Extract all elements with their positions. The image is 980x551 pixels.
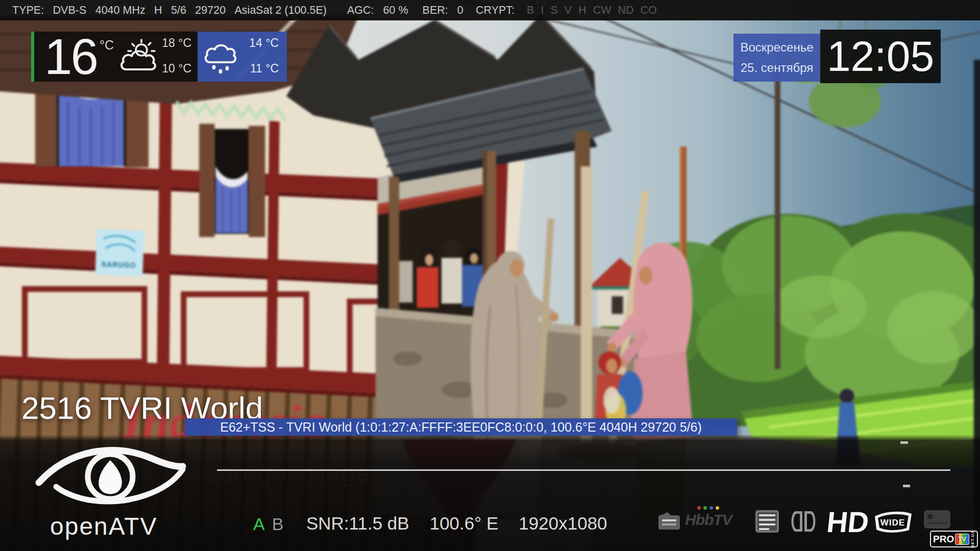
crypt-flag-biss: B: [527, 4, 534, 17]
openatv-brand: openATV: [50, 512, 158, 540]
date-panel: Воскресенье 25. сентября: [733, 34, 820, 82]
clock-panel: 12:05: [820, 30, 941, 83]
temperature-unit: °C: [100, 38, 114, 53]
next-minmax: 14 °C 11 °C: [249, 36, 279, 76]
crypt-flag-h: H: [578, 4, 586, 17]
next-low: 11 °C: [249, 62, 279, 76]
snr-value: SNR:11.5 dB: [306, 513, 409, 534]
village-sign: SARUGO: [101, 260, 136, 269]
crypt-flag-viaccess: V: [565, 4, 572, 17]
teletext-icon: [755, 510, 779, 533]
tuner-system: DVB-S: [53, 4, 87, 17]
agc-label: AGC:: [347, 4, 374, 17]
symbol-rate-value: 29720: [195, 4, 226, 17]
signal-status-row: SNR:11.5 dB 100.6° E 980x551: [306, 513, 607, 534]
polarization-value: H: [154, 4, 162, 17]
crypt-flag-seca: S: [550, 4, 557, 17]
protv-watermark: PRO TV NET.UA: [930, 531, 978, 547]
hbbtv-label: HbbTV: [685, 511, 732, 529]
sun-cloud-icon: [116, 36, 160, 80]
protv-netua-label: NET.UA: [970, 530, 975, 548]
recording-list-icon: [657, 511, 681, 531]
infobar-separator-line: [217, 469, 950, 471]
today-low: 10 °C: [162, 62, 191, 76]
weather-today-panel: 16 °C 18 °C 10 °C: [31, 32, 198, 82]
time-value: 12:05: [827, 32, 934, 81]
fec-value: 5/6: [171, 4, 186, 17]
service-reference-bar: E62+TSS - TVRI World (1:0:1:27:A:FFFF:3E…: [185, 418, 737, 436]
agc-value: 60 %: [383, 4, 408, 17]
video-location-caption: Sarugo village: [202, 458, 371, 488]
frequency-value: 4040 MHz: [95, 4, 145, 17]
crypt-group: CRYPT: B I S V H CW ND CO: [476, 0, 657, 20]
hbbtv-indicator: HbbTV: [685, 507, 732, 529]
hbbtv-color-dots-icon: [697, 506, 719, 510]
wide-label: WIDE: [880, 518, 905, 528]
tuner-signal-group: TYPE: DVB-S 4040 MHz H 5/6 29720 AsiaSat…: [12, 0, 327, 20]
crypt-flag-cw: CW: [593, 4, 611, 17]
today-minmax: 18 °C 10 °C: [162, 36, 191, 76]
next-high: 14 °C: [249, 36, 279, 50]
weekday-label: Воскресенье: [740, 40, 813, 55]
current-temperature: 16: [44, 32, 97, 82]
protv-tv-label: TV: [959, 536, 966, 543]
ber-label: BER:: [423, 4, 448, 17]
weather-next-panel: 14 °C 11 °C: [198, 32, 287, 82]
service-reference-text: E62+TSS - TVRI World (1:0:1:27:A:FFFF:3E…: [220, 420, 702, 435]
protv-tv-icon: TV: [955, 534, 969, 545]
dolby-digital-icon: [789, 510, 818, 533]
crypt-label: CRYPT:: [476, 4, 514, 17]
agc-ber-group: AGC: 60 % BER: 0: [347, 0, 463, 20]
hd-indicator: HD: [825, 505, 871, 539]
protv-pro-label: PRO: [933, 534, 954, 545]
widescreen-icon: WIDE: [872, 509, 914, 534]
tuner-b-indicator: B: [272, 514, 284, 534]
satellite-name: AsiaSat 2 (100.5E): [235, 4, 327, 17]
weather-widget: 16 °C 18 °C 10 °C 14 °C: [31, 32, 287, 82]
openatv-eye-icon: [34, 438, 187, 513]
tuner-a-indicator: A: [253, 514, 265, 534]
date-label: 25. сентября: [741, 61, 813, 75]
ci-card-icon: [924, 510, 950, 529]
progress-tick-bottom: [903, 485, 910, 487]
crypt-flag-conax: CO: [641, 4, 657, 17]
orbital-position: 100.6° E: [430, 513, 499, 534]
crypt-flags: B I S V H CW ND CO: [527, 4, 657, 17]
type-label: TYPE:: [12, 4, 44, 17]
progress-tick-top: [900, 441, 908, 444]
tv-screen: SARUGO: [0, 0, 980, 551]
crypt-flag-irdeto: I: [541, 4, 544, 17]
rain-cloud-icon: [202, 38, 239, 76]
resolution-value: 980x551: [519, 513, 607, 534]
crypt-flag-nagra: ND: [618, 4, 633, 17]
ber-value: 0: [457, 4, 463, 17]
today-high: 18 °C: [162, 36, 191, 50]
tuner-status: A B: [253, 514, 283, 534]
